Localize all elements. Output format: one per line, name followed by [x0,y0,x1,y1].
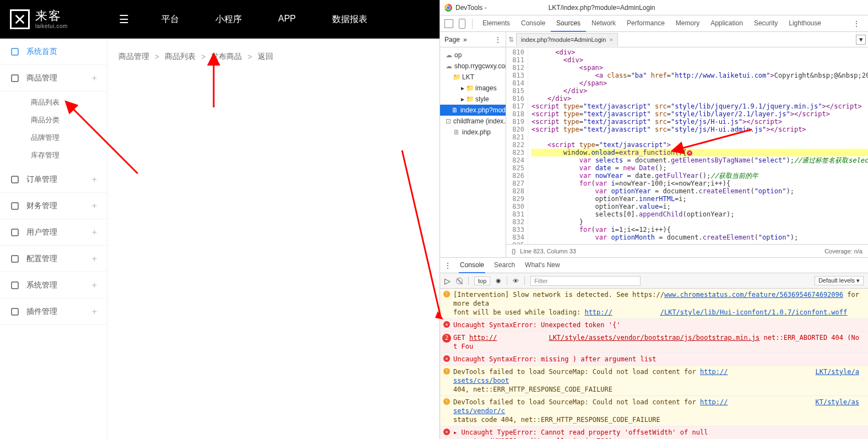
drawer-tabs: ⋮ ConsoleSearchWhat's New [440,258,868,273]
log-levels-selector[interactable]: Default levels ▾ [815,276,864,285]
devtools-tab[interactable]: Lighthouse [783,15,827,32]
sidebar-sub-item[interactable]: 库存管理 [0,147,107,164]
drawer-menu-icon[interactable]: ⋮ [444,262,451,269]
svg-rect-3 [12,203,18,209]
device-toggle-icon[interactable] [459,19,465,29]
stop-icon[interactable] [456,278,463,284]
clear-console-icon[interactable]: ▷ [444,277,451,285]
svg-rect-7 [12,308,18,315]
devtools-tab[interactable]: Elements [477,15,516,32]
tree-label: op [454,51,462,59]
sidebar-item-label: 插件管理 [26,307,85,317]
sidebar-item[interactable]: 用户管理+ [0,219,107,246]
frame-icon: ⊡ [446,118,451,124]
context-selector[interactable]: top [474,277,490,285]
breadcrumb-item[interactable]: 发布商品 [211,52,242,62]
sidebar-sub-item[interactable]: 商品分类 [0,111,107,129]
tree-item[interactable]: 📁LKT [440,72,506,83]
topnav-app[interactable]: APP [274,1,300,39]
inspect-icon[interactable] [444,19,453,28]
logo[interactable]: 来客 laiketui.com [0,0,107,39]
expand-icon[interactable]: + [92,227,97,237]
topnav-report[interactable]: 数据报表 [328,1,372,39]
console-log-err[interactable]: ×Uncaught SyntaxError: missing ) after a… [440,353,868,366]
file-icon: 🗎 [452,107,458,113]
devtools-menu-icon[interactable]: ⋮ [848,20,866,28]
expand-icon[interactable]: + [92,175,97,185]
tree-item[interactable]: ☁op [440,50,506,61]
expand-icon[interactable]: + [92,280,97,290]
sidebar-item-label: 订单管理 [26,175,85,185]
tree-item[interactable]: ⊡childframe (index.ph [440,116,506,127]
app-header: 来客 laiketui.com ☰ 平台 小程序 APP 数据报表 [0,0,440,39]
expand-icon[interactable]: + [92,254,97,264]
file-tab[interactable]: index.php?module=AdminLogin × [516,33,618,46]
sidebar-sub-item[interactable]: 商品列表 [0,94,107,111]
topnav-miniapp[interactable]: 小程序 [211,1,246,39]
sidebar-item[interactable]: 系统首页 [0,39,107,65]
sidebar-item[interactable]: 财务管理+ [0,193,107,219]
console-log-err[interactable]: 2GET http:// LKT/style/assets/vendor/boo… [440,332,868,353]
sidebar-item[interactable]: 配置管理+ [0,246,107,272]
tree-label: style [475,95,489,103]
console-log-warn[interactable]: !DevTools failed to load SourceMap: Coul… [440,366,868,396]
sidebar-sub-item[interactable]: 品牌管理 [0,129,107,147]
devtools-tab[interactable]: Memory [670,15,705,32]
devtools-tab[interactable]: Network [586,15,621,32]
console-log-err[interactable]: ×Uncaught SyntaxError: Unexpected token … [440,319,868,332]
console-log-warn[interactable]: ![Intervention] Slow network is detected… [440,289,868,319]
tree-item[interactable]: 🗎index.php [440,127,506,138]
more-tabs-icon[interactable]: ▾ [856,35,866,45]
menu-toggle-icon[interactable]: ☰ [107,13,140,26]
expand-icon[interactable]: + [92,73,97,83]
tree-item[interactable]: 🗎index.php?mod [440,105,506,116]
svg-rect-1 [12,75,18,82]
console-log-warn[interactable]: !DevTools failed to load SourceMap: Coul… [440,396,868,426]
chevron-right-icon[interactable]: » [463,36,467,44]
finance-icon [10,201,20,211]
expand-icon[interactable]: + [92,201,97,211]
svg-rect-4 [12,229,18,236]
sidebar-item[interactable]: 商品管理+ [0,65,107,91]
file-tabbar: ⇅ index.php?module=AdminLogin × ▾ [506,32,868,47]
devtools-tab[interactable]: Console [516,15,551,32]
breadcrumb-item[interactable]: 返回 [258,52,273,62]
tree-item[interactable]: ☁shop.rrygcwxy.com [440,61,506,72]
eye-icon[interactable]: ◉ [496,277,501,284]
sidebar-item[interactable]: 系统管理+ [0,272,107,299]
devtools-tab[interactable]: Performance [621,15,670,32]
breadcrumb-item[interactable]: 商品管理 [118,52,149,62]
eye-icon-2[interactable]: 👁 [513,278,519,284]
content-area: 商品管理>商品列表>发布商品>返回 [107,39,440,439]
drawer-tab[interactable]: Search [493,258,516,273]
close-icon[interactable]: × [609,36,612,43]
kebab-icon[interactable]: ⋮ [495,36,501,44]
devtools-tab[interactable]: Security [748,15,783,32]
svg-rect-2 [12,176,18,183]
tree-label: images [475,84,497,92]
sources-navigator: Page » ⋮ ☁op☁shop.rrygcwxy.com📁LKT▸ 📁ima… [440,32,506,257]
breadcrumb-item[interactable]: 商品列表 [165,52,196,62]
tree-item[interactable]: ▸ 📁style [440,94,506,105]
devtools-tab[interactable]: Application [705,15,748,32]
logo-text-en: laiketui.com [35,23,68,29]
filter-input[interactable]: Filter [530,276,641,286]
tree-item[interactable]: ▸ 📁images [440,83,506,94]
sidebar-item[interactable]: 订单管理+ [0,166,107,193]
devtools: DevTools - LKT/index.php?module=AdminLog… [440,0,868,439]
sidebar-item[interactable]: 插件管理+ [0,299,107,325]
svg-rect-5 [12,256,18,262]
user-icon [10,227,20,237]
drawer-tab[interactable]: Console [459,258,485,273]
expand-icon[interactable]: + [92,307,97,317]
drawer-tab[interactable]: What's New [524,258,561,273]
arrows-icon[interactable]: ⇅ [508,36,514,44]
console-output[interactable]: ![Intervention] Slow network is detected… [440,289,868,439]
devtools-tab[interactable]: Sources [551,15,586,32]
page-tab[interactable]: Page [444,36,460,44]
console-log-err[interactable]: ×▸ Uncaught TypeError: Cannot read prope… [440,426,868,439]
topnav-platform[interactable]: 平台 [157,1,183,39]
sidebar-item-label: 财务管理 [26,201,85,211]
code-editor[interactable]: 8108118128138148158168178188198208218228… [506,47,868,244]
breadcrumb: 商品管理>商品列表>发布商品>返回 [118,52,428,62]
